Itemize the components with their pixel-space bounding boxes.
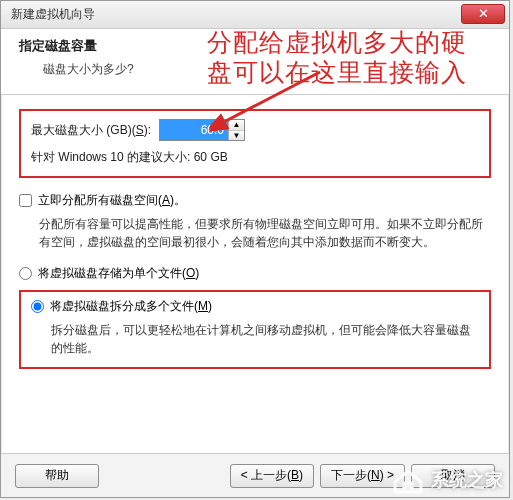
spin-up-icon[interactable]: ▲ bbox=[229, 120, 244, 131]
disk-size-recommend: 针对 Windows 10 的建议大小: 60 GB bbox=[31, 149, 479, 166]
svg-rect-1 bbox=[404, 483, 412, 492]
allocate-now-row[interactable]: 立即分配所有磁盘空间(A)。 bbox=[19, 192, 491, 209]
disk-size-label: 最大磁盘大小 (GB)(S): bbox=[31, 122, 151, 139]
allocate-now-desc: 分配所有容量可以提高性能，但要求所有物理磁盘空间立即可用。如果不立即分配所有空间… bbox=[39, 215, 491, 251]
store-split-radio[interactable] bbox=[31, 300, 44, 313]
close-button[interactable]: ✕ bbox=[461, 4, 505, 24]
titlebar: 新建虚拟机向导 ✕ bbox=[1, 1, 509, 29]
store-single-row[interactable]: 将虚拟磁盘存储为单个文件(O) bbox=[19, 265, 491, 282]
header-subtitle: 磁盘大小为多少? bbox=[43, 61, 491, 78]
watermark-text: 系统之家 bbox=[431, 468, 503, 492]
disk-size-input[interactable] bbox=[160, 120, 228, 140]
watermark-house-icon bbox=[391, 466, 425, 494]
watermark: 系统之家 bbox=[391, 466, 503, 494]
spin-down-icon[interactable]: ▼ bbox=[229, 131, 244, 141]
store-split-row[interactable]: 将虚拟磁盘拆分成多个文件(M) bbox=[31, 298, 479, 315]
help-button[interactable]: 帮助 bbox=[15, 464, 99, 488]
window-title: 新建虚拟机向导 bbox=[11, 6, 95, 23]
wizard-header: 指定磁盘容量 磁盘大小为多少? bbox=[1, 29, 509, 95]
wizard-content: 最大磁盘大小 (GB)(S): ▲ ▼ 针对 Windows 10 的建议大小:… bbox=[1, 95, 509, 383]
back-button[interactable]: < 上一步(B) bbox=[230, 464, 314, 488]
allocate-now-label: 立即分配所有磁盘空间(A)。 bbox=[38, 192, 186, 209]
disk-size-group: 最大磁盘大小 (GB)(S): ▲ ▼ 针对 Windows 10 的建议大小:… bbox=[19, 109, 491, 178]
header-title: 指定磁盘容量 bbox=[19, 37, 491, 55]
store-split-desc: 拆分磁盘后，可以更轻松地在计算机之间移动虚拟机，但可能会降低大容量磁盘的性能。 bbox=[51, 321, 479, 357]
spin-buttons: ▲ ▼ bbox=[228, 120, 244, 140]
allocate-now-checkbox[interactable] bbox=[19, 194, 32, 207]
disk-size-spinbox[interactable]: ▲ ▼ bbox=[159, 119, 245, 141]
wizard-window: 新建虚拟机向导 ✕ 指定磁盘容量 磁盘大小为多少? 最大磁盘大小 (GB)(S)… bbox=[0, 0, 510, 498]
store-split-group: 将虚拟磁盘拆分成多个文件(M) 拆分磁盘后，可以更轻松地在计算机之间移动虚拟机，… bbox=[19, 290, 491, 369]
store-single-radio[interactable] bbox=[19, 267, 32, 280]
store-split-label: 将虚拟磁盘拆分成多个文件(M) bbox=[50, 298, 212, 315]
store-single-label: 将虚拟磁盘存储为单个文件(O) bbox=[38, 265, 199, 282]
